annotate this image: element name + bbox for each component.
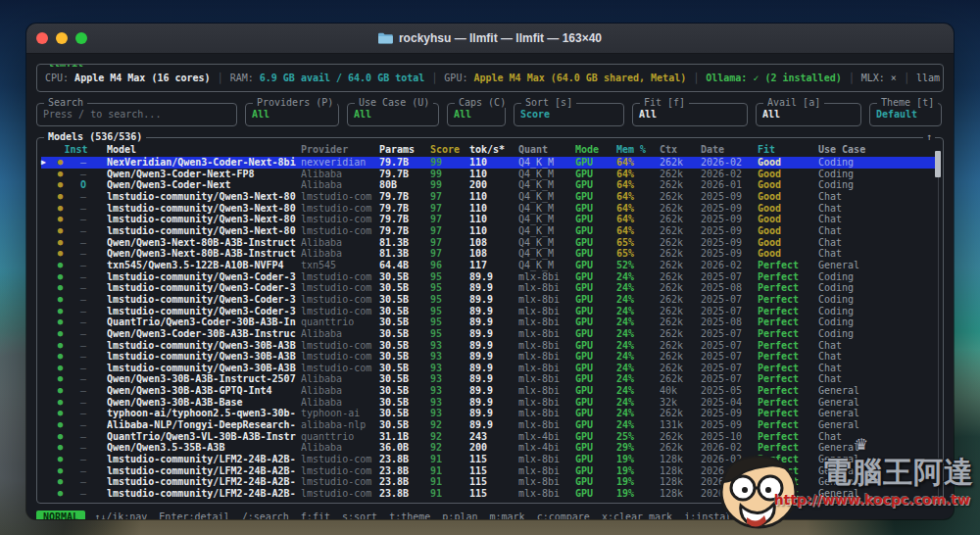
col-fit[interactable]: Fit — [758, 143, 818, 156]
table-row[interactable]: ●—Qwen/Qwen3-Next-80B-A3B-InstructAlibab… — [41, 248, 939, 260]
cell-date: 2025-07 — [701, 363, 758, 374]
cell-use-case: Chat — [818, 225, 897, 237]
table-row[interactable]: ●OQwen/Qwen3-Coder-NextAlibaba80B99200Q4… — [41, 179, 939, 191]
filter-avail[interactable]: Avail [a]All — [756, 103, 861, 126]
zoom-button[interactable] — [75, 32, 87, 44]
table-row[interactable]: ●—Qwen/Qwen3-Coder-Next-FP8Alibaba79.7B9… — [41, 169, 939, 180]
cell-inst: — — [68, 260, 99, 271]
cell-params: 80B — [379, 179, 430, 191]
col-model[interactable]: Model — [107, 143, 301, 156]
col-date[interactable]: Date — [701, 143, 758, 156]
cell-ctx: 262k — [660, 363, 701, 374]
cell-fit: Perfect — [758, 351, 818, 363]
table-row[interactable]: ●—lmstudio-community/Qwen3-30B-A3Blmstud… — [41, 340, 939, 352]
table-row[interactable]: ●—Qwen/Qwen3-Coder-30B-A3B-InstrucAlibab… — [41, 328, 939, 340]
scrollbar-track[interactable] — [938, 152, 939, 498]
cell-quant: mlx-8bi — [518, 306, 575, 317]
spacer — [99, 419, 107, 431]
cell-params: 30.5B — [379, 397, 430, 409]
cell-ctx: 262k — [660, 260, 701, 271]
table-row[interactable]: ●—lmstudio-community/Qwen3-Coder-3lmstud… — [41, 306, 939, 317]
cell-model: QuantTrio/Qwen3-Coder-30B-A3B-In — [107, 316, 301, 328]
filter-caps[interactable]: Caps (C)All — [447, 103, 506, 126]
spacer — [99, 169, 107, 180]
filter-search[interactable]: SearchPress / to search... — [36, 103, 237, 126]
table-row[interactable]: ●—lmstudio-community/LFM2-24B-A2B-lmstud… — [41, 488, 939, 500]
cell-use-case: Coding — [818, 282, 897, 294]
table-row[interactable]: ●—Qwen/Qwen3.5-35B-A3BAlibaba36.0B92200m… — [41, 442, 939, 454]
table-row[interactable]: ●—lmstudio-community/Qwen3-Coder-3lmstud… — [41, 282, 939, 294]
sysinfo-value: Ollama: ✓ (2 installed) — [706, 73, 841, 83]
cell-params: 31.1B — [379, 431, 430, 443]
cell-mem: 24% — [616, 397, 660, 409]
table-row[interactable]: ●—Alibaba-NLP/Tongyi-DeepResearch-alibab… — [41, 419, 939, 431]
cell-inst: — — [68, 271, 99, 283]
cell-fit: Perfect — [758, 431, 818, 443]
cell-mem: 29% — [616, 442, 660, 454]
cell-quant: mlx-8bi — [518, 454, 575, 465]
selection-marker-icon — [41, 169, 53, 180]
cell-date: 2025-07 — [701, 294, 758, 306]
table-row[interactable]: ●—Qwen/Qwen3-Next-80B-A3B-InstructAlibab… — [41, 237, 939, 249]
cell-use-case: Chat — [818, 340, 897, 352]
cell-mode: GPU — [575, 488, 616, 500]
col-inst[interactable]: Inst — [53, 143, 99, 156]
cell-score: 91 — [430, 454, 469, 465]
table-row[interactable]: ●—Qwen/Qwen3-30B-A3B-BaseAlibaba30.5B938… — [41, 397, 939, 409]
cell-inst: — — [68, 157, 99, 169]
table-row[interactable]: ●—lmstudio-community/Qwen3-30B-A3Blmstud… — [41, 363, 939, 374]
cell-ctx: 262k — [660, 169, 701, 180]
table-row[interactable]: ●—lmstudio-community/Qwen3-Coder-3lmstud… — [41, 294, 939, 306]
table-row[interactable]: ●—QuantTrio/Qwen3-Coder-30B-A3B-Inquantt… — [41, 316, 939, 328]
cell-params: 30.5B — [379, 282, 430, 294]
table-row[interactable]: ●—lmstudio-community/Qwen3-Next-80lmstud… — [41, 191, 939, 203]
close-button[interactable] — [36, 32, 48, 44]
table-row[interactable]: ●—typhoon-ai/typhoon2.5-qwen3-30b-typhoo… — [41, 408, 939, 419]
table-row[interactable]: ●—lmstudio-community/Qwen3-30B-A3Blmstud… — [41, 351, 939, 363]
scrollbar-thumb[interactable] — [935, 151, 941, 177]
cell-provider: Alibaba — [301, 248, 379, 260]
cell-provider: lmstudio-com — [301, 340, 379, 352]
col-ctx[interactable]: Ctx — [660, 143, 701, 156]
cell-score: 95 — [430, 282, 469, 294]
table-row[interactable]: ●—lmstudio-community/LFM2-24B-A2B-lmstud… — [41, 454, 939, 465]
filter-fit[interactable]: Fit [f]All — [632, 103, 748, 126]
table-row[interactable]: ●—txn545/Qwen3.5-122B-A10B-NVFP4txn54564… — [41, 260, 939, 271]
cell-score: 92 — [430, 419, 469, 431]
cell-quant: mlx-8bi — [518, 488, 575, 500]
col-params[interactable]: Params — [379, 143, 430, 156]
col-mode[interactable]: Mode — [575, 143, 616, 156]
table-row[interactable]: ●—lmstudio-community/LFM2-24B-A2B-lmstud… — [41, 465, 939, 477]
cell-tok: 89.9 — [469, 385, 518, 397]
minimize-button[interactable] — [56, 32, 68, 44]
col-score[interactable]: Score — [430, 143, 469, 156]
cell-ctx: 40k — [660, 385, 701, 397]
table-row[interactable]: ●—lmstudio-community/Qwen3-Next-80lmstud… — [41, 225, 939, 237]
table-row[interactable]: ●—Qwen/Qwen3-30B-A3B-GPTQ-Int4Alibaba30.… — [41, 385, 939, 397]
filter-sort[interactable]: Sort [s]Score — [514, 103, 624, 126]
cell-provider: lmstudio-com — [301, 363, 379, 374]
filter-providers[interactable]: Providers (P)All — [245, 103, 339, 126]
col-tok[interactable]: tok/s* — [469, 143, 518, 156]
table-row[interactable]: ●—lmstudio-community/Qwen3-Next-80lmstud… — [41, 203, 939, 215]
table-row[interactable]: ●—lmstudio-community/Qwen3-Next-80lmstud… — [41, 214, 939, 225]
col-use-case[interactable]: Use Case — [818, 143, 897, 156]
cell-tok: 89.9 — [469, 294, 518, 306]
col-quant[interactable]: Quant — [518, 143, 575, 156]
fit-dot-icon: ● — [53, 442, 68, 454]
cell-date: 2025-09 — [701, 203, 758, 215]
spacer — [99, 442, 107, 454]
fit-dot-icon: ● — [53, 408, 68, 419]
cell-inst: — — [68, 454, 99, 465]
cell-ctx: 262k — [660, 442, 701, 454]
filter-theme[interactable]: Theme [t]Default — [869, 103, 942, 126]
table-row[interactable]: ▶●—NexVeridian/Qwen3-Coder-Next-8binexve… — [41, 157, 939, 169]
window-titlebar[interactable]: rockyhsu — llmfit — llmfit — 163×40 — [26, 24, 954, 54]
filter-use-case[interactable]: Use Case (U)All — [347, 103, 439, 126]
table-row[interactable]: ●—Qwen/Qwen3-30B-A3B-Instruct-2507Alibab… — [41, 373, 939, 385]
table-row[interactable]: ●—lmstudio-community/LFM2-24B-A2B-lmstud… — [41, 476, 939, 488]
table-row[interactable]: ●—lmstudio-community/Qwen3-Coder-3lmstud… — [41, 271, 939, 283]
col-provider[interactable]: Provider — [301, 143, 379, 156]
table-row[interactable]: ●—QuantTrio/Qwen3-VL-30B-A3B-Instrquantt… — [41, 431, 939, 443]
col-mem[interactable]: Mem % — [616, 143, 660, 156]
